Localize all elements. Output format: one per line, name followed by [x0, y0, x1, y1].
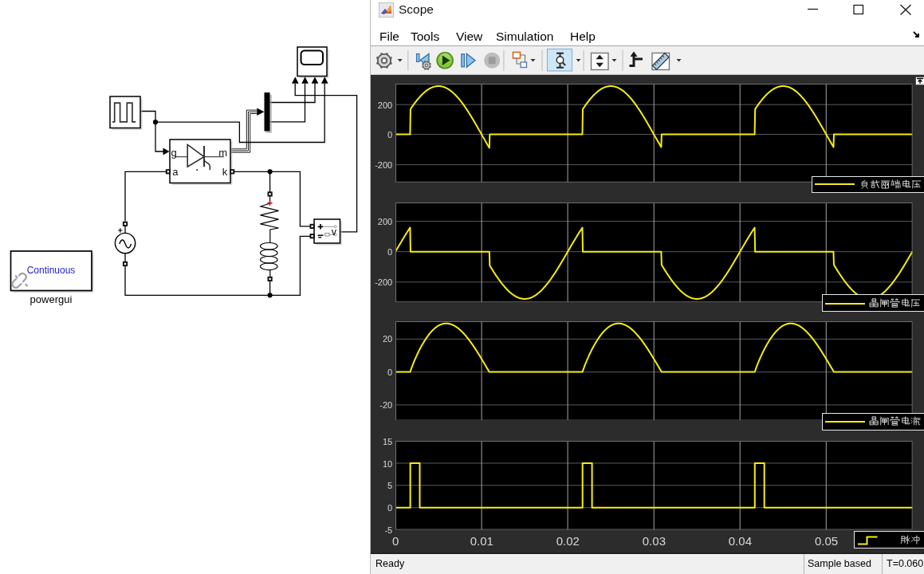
- svg-text:m: m: [218, 147, 227, 159]
- svg-text:Continuous: Continuous: [27, 265, 76, 276]
- svg-text:g: g: [171, 147, 177, 159]
- svg-text:powergui: powergui: [30, 293, 73, 305]
- svg-text:v: v: [332, 226, 337, 238]
- svg-text:a: a: [172, 166, 179, 178]
- svg-text:k: k: [222, 166, 228, 178]
